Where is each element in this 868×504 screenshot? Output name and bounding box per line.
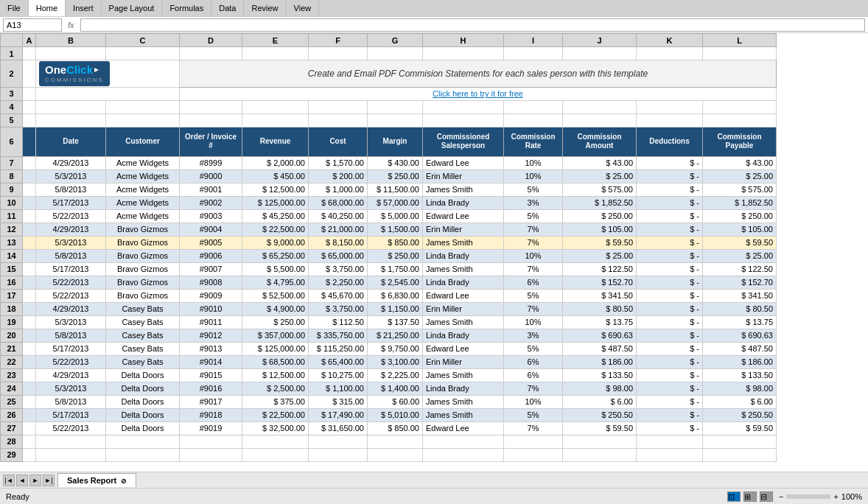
cell[interactable]: $ 1,750.00	[368, 262, 423, 276]
cell[interactable]: $ 487.50	[563, 342, 637, 355]
cell[interactable]: Bravo Gizmos	[106, 249, 180, 262]
cell[interactable]: $ -	[637, 236, 703, 249]
cell[interactable]: 3%	[504, 196, 563, 209]
cell[interactable]: $ 1,852.50	[563, 196, 637, 209]
cell[interactable]	[23, 183, 36, 196]
cell[interactable]: 5/3/2013	[36, 382, 106, 395]
spreadsheet[interactable]: A B C D E F G H I J K L 12OneClickCOMMIS…	[0, 33, 868, 472]
cell[interactable]	[242, 100, 309, 113]
cell[interactable]: $ 105.00	[703, 223, 777, 236]
cell[interactable]: $ 2,500.00	[242, 382, 309, 395]
cell[interactable]: $ -	[637, 276, 703, 289]
cell[interactable]: 10%	[504, 315, 563, 329]
cell[interactable]: $ 2,545.00	[368, 276, 423, 289]
cell[interactable]: 7%	[504, 223, 563, 236]
cell[interactable]: $ 80.50	[563, 302, 637, 315]
cell[interactable]	[423, 448, 504, 461]
cell[interactable]: #9012	[180, 329, 242, 342]
cell[interactable]: $ -	[637, 355, 703, 368]
cell[interactable]: Acme Widgets	[106, 209, 180, 223]
cell[interactable]: $ 65,400.00	[309, 355, 368, 368]
cell[interactable]: 7%	[504, 236, 563, 249]
cell[interactable]: 5/8/2013	[36, 329, 106, 342]
cell[interactable]: 5/8/2013	[36, 183, 106, 196]
cell[interactable]	[23, 315, 36, 329]
cell[interactable]	[637, 100, 703, 113]
cell[interactable]: 7%	[504, 302, 563, 315]
cell[interactable]: $ -	[637, 223, 703, 236]
cell[interactable]: $ 186.00	[703, 355, 777, 368]
col-header-f[interactable]: F	[309, 34, 368, 47]
col-header-1[interactable]: Customer	[106, 127, 180, 156]
cell[interactable]: Delta Doors	[106, 382, 180, 395]
cell[interactable]: 5%	[504, 183, 563, 196]
cell[interactable]: #9006	[180, 249, 242, 262]
cell[interactable]	[563, 113, 637, 127]
cell[interactable]: 6%	[504, 368, 563, 382]
cell[interactable]	[23, 421, 36, 435]
cell[interactable]	[106, 100, 180, 113]
cell[interactable]: $ 32,500.00	[242, 421, 309, 435]
cell[interactable]: $ 450.00	[242, 169, 309, 183]
col-header-d[interactable]: D	[180, 34, 242, 47]
cell[interactable]: #9007	[180, 262, 242, 276]
cell[interactable]	[106, 113, 180, 127]
cell[interactable]: $ 341.50	[563, 289, 637, 302]
cell[interactable]: $ -	[637, 368, 703, 382]
cell[interactable]	[563, 435, 637, 448]
cell[interactable]: 5/17/2013	[36, 196, 106, 209]
cell[interactable]: $ 3,750.00	[309, 302, 368, 315]
cell[interactable]	[23, 209, 36, 223]
cell[interactable]: #9013	[180, 342, 242, 355]
cell[interactable]: $ 25.00	[563, 249, 637, 262]
cell[interactable]: $ 133.50	[703, 368, 777, 382]
cell[interactable]: 5/22/2013	[36, 289, 106, 302]
cell[interactable]: $ 43.00	[563, 156, 637, 169]
cell[interactable]: Acme Widgets	[106, 183, 180, 196]
cell[interactable]: $ 105.00	[563, 223, 637, 236]
col-header-b[interactable]: B	[36, 34, 106, 47]
tab-home[interactable]: Home	[29, 0, 66, 16]
tab-insert[interactable]: Insert	[66, 0, 102, 16]
cell[interactable]: $ 68,000.00	[309, 196, 368, 209]
cell[interactable]	[23, 113, 36, 127]
cell[interactable]: James Smith	[423, 315, 504, 329]
cell[interactable]: $ -	[637, 209, 703, 223]
cell[interactable]: Linda Brady	[423, 196, 504, 209]
cell[interactable]	[242, 435, 309, 448]
cell[interactable]: #9014	[180, 355, 242, 368]
cell[interactable]	[423, 47, 504, 60]
cell[interactable]: Edward Lee	[423, 289, 504, 302]
cell[interactable]: $ -	[637, 169, 703, 183]
cell[interactable]: James Smith	[423, 183, 504, 196]
cell[interactable]: Bravo Gizmos	[106, 236, 180, 249]
cell[interactable]: $ 98.00	[563, 382, 637, 395]
cell[interactable]	[23, 329, 36, 342]
cell[interactable]: $ 1,570.00	[309, 156, 368, 169]
cell[interactable]	[637, 113, 703, 127]
cell[interactable]: Bravo Gizmos	[106, 276, 180, 289]
cell[interactable]	[563, 100, 637, 113]
cell[interactable]: $ 1,400.00	[368, 382, 423, 395]
cell[interactable]: 5/17/2013	[36, 262, 106, 276]
cell[interactable]: #9018	[180, 408, 242, 421]
cell[interactable]: $ 57,000.00	[368, 196, 423, 209]
col-header-9[interactable]: Deductions	[637, 127, 703, 156]
cell[interactable]	[23, 60, 36, 88]
cell[interactable]: 10%	[504, 249, 563, 262]
cell[interactable]: $ 850.00	[368, 236, 423, 249]
cell[interactable]: $ 5,000.00	[368, 209, 423, 223]
cell[interactable]: $ 375.00	[242, 395, 309, 408]
cell[interactable]: $ 250.00	[368, 249, 423, 262]
cell[interactable]: 5%	[504, 289, 563, 302]
cell[interactable]: 10%	[504, 169, 563, 183]
zoom-out-btn[interactable]: −	[779, 492, 783, 501]
cell[interactable]: Bravo Gizmos	[106, 262, 180, 276]
cell[interactable]	[504, 448, 563, 461]
cell[interactable]	[504, 100, 563, 113]
cell[interactable]	[23, 100, 36, 113]
cell[interactable]	[637, 435, 703, 448]
cell[interactable]: $ 10,275.00	[309, 368, 368, 382]
cell[interactable]: $ 80.50	[703, 302, 777, 315]
cell[interactable]: James Smith	[423, 368, 504, 382]
